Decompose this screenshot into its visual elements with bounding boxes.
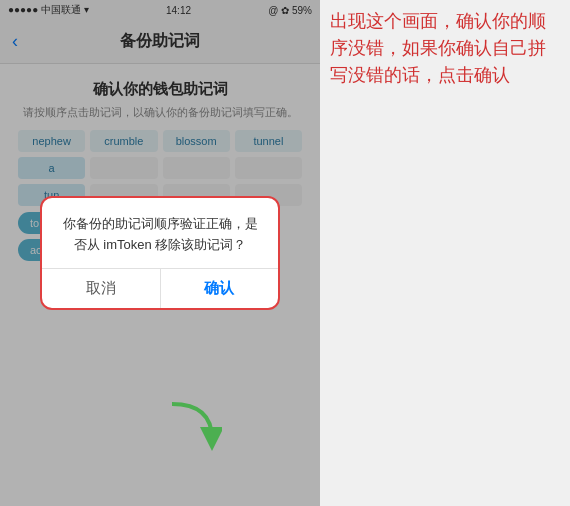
phone-screen: ●●●●● 中国联通 ▾ 14:12 @ ✿ 59% ‹ 备份助记词 确认你的钱… <box>0 0 320 506</box>
modal-ok-button[interactable]: 确认 <box>161 269 279 308</box>
modal-cancel-button[interactable]: 取消 <box>42 269 161 308</box>
modal-actions: 取消 确认 <box>42 268 278 308</box>
green-arrow-icon <box>162 394 222 454</box>
annotation-text: 出现这个画面，确认你的顺序没错，如果你确认自己拼写没错的话，点击确认 <box>330 8 560 89</box>
modal-body: 你备份的助记词顺序验证正确，是否从 imToken 移除该助记词？ <box>42 198 278 268</box>
modal-overlay: 你备份的助记词顺序验证正确，是否从 imToken 移除该助记词？ 取消 确认 <box>0 0 320 506</box>
modal-dialog: 你备份的助记词顺序验证正确，是否从 imToken 移除该助记词？ 取消 确认 <box>40 196 280 310</box>
annotation-panel: 出现这个画面，确认你的顺序没错，如果你确认自己拼写没错的话，点击确认 <box>320 0 570 506</box>
modal-text: 你备份的助记词顺序验证正确，是否从 imToken 移除该助记词？ <box>58 214 262 256</box>
